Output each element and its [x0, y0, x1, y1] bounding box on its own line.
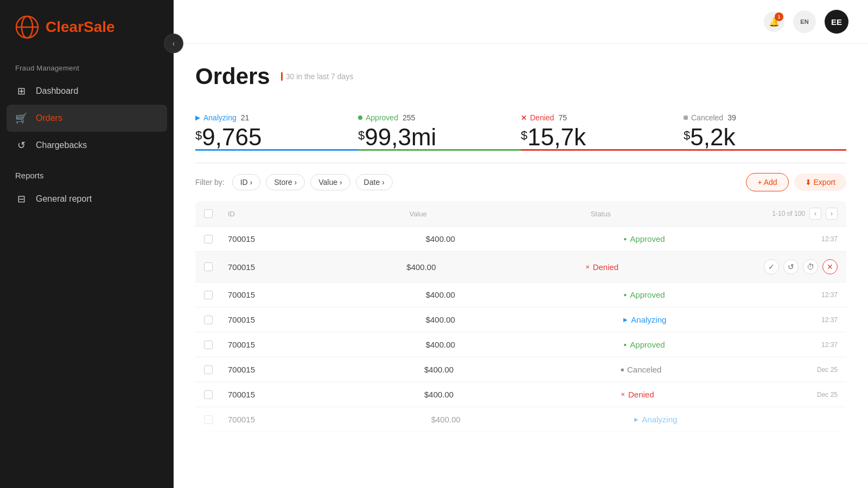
row-checkbox[interactable] [204, 316, 213, 324]
row-checkbox[interactable] [204, 262, 213, 271]
stats-divider [195, 163, 846, 163]
user-avatar[interactable]: EE [825, 10, 848, 34]
sidebar-item-orders[interactable]: 🛒 Orders [7, 105, 167, 132]
table-row[interactable]: 700015 $400.00 ✕ Denied Dec 25 [195, 382, 846, 407]
row-checkbox[interactable] [204, 415, 213, 424]
row-status: ▶ Analyzing [623, 315, 821, 324]
sidebar-item-general-report[interactable]: ⊟ General report [0, 185, 174, 213]
select-all-checkbox[interactable] [204, 209, 213, 218]
row-value: $400.00 [424, 365, 621, 374]
pagination-next-button[interactable]: › [826, 208, 838, 220]
analyzing-arrow-icon: ▶ [195, 114, 200, 121]
row-value: $400.00 [426, 340, 624, 349]
notifications-button[interactable]: 🔔 1 [764, 11, 784, 32]
sidebar-collapse-button[interactable]: ‹ [164, 34, 183, 53]
table-row[interactable]: 700015 $400.00 ▶ Analyzing 12:37 [195, 307, 846, 332]
table-row[interactable]: 700015 $400.00 ● Approved 12:37 [195, 227, 846, 252]
add-button[interactable]: + Add [746, 173, 788, 191]
row-time: Dec 25 [817, 366, 838, 374]
row-time: 12:37 [821, 316, 838, 324]
row-id: 700015 [228, 415, 431, 424]
table-row[interactable]: 700015 $400.00 ■ Canceled Dec 25 [195, 357, 846, 382]
schedule-action-button[interactable]: ⏱ [803, 259, 818, 274]
row-checkbox-cell [204, 415, 228, 424]
row-checkbox[interactable] [204, 365, 213, 374]
orders-table: ID Value Status 1-10 of 100 ‹ › 700015 $… [195, 201, 846, 432]
page-title-row: Orders 30 in the last 7 days [195, 63, 846, 89]
language-button[interactable]: EN [793, 10, 816, 33]
clearsale-logo-icon [15, 15, 39, 39]
filter-id-chip[interactable]: ID › [232, 174, 261, 190]
refresh-icon: ↺ [788, 262, 794, 271]
general-report-icon: ⊟ [15, 193, 27, 205]
sidebar-item-dashboard[interactable]: ⊞ Dashboard [0, 78, 174, 105]
denied-value: $15,7k [521, 125, 668, 149]
fraud-management-label: Fraud Management [0, 54, 174, 78]
sidebar-item-label: Dashboard [36, 86, 78, 96]
row-id: 700015 [228, 340, 426, 349]
sidebar-item-chargebacks[interactable]: ↺ Chargebacks [0, 132, 174, 159]
canceled-status-icon: ■ [621, 367, 624, 373]
row-checkbox[interactable] [204, 235, 213, 243]
row-status: ● Approved [623, 234, 821, 243]
refresh-action-button[interactable]: ↺ [783, 259, 799, 274]
row-id: 700015 [228, 234, 426, 243]
row-time: Dec 25 [817, 391, 838, 399]
row-checkbox[interactable] [204, 390, 213, 399]
approved-value: $99,3mi [358, 125, 506, 149]
analyzing-status-icon: ▶ [623, 317, 628, 323]
row-checkbox-cell [204, 291, 228, 299]
check-icon: ✓ [768, 262, 775, 271]
close-action-button[interactable]: ✕ [822, 259, 838, 274]
stat-approved: Approved 255 $99,3mi [358, 105, 521, 151]
filter-date-chip[interactable]: Date › [356, 174, 393, 190]
row-status: ● Approved [623, 340, 821, 349]
row-checkbox-cell [204, 341, 228, 349]
content-area: Orders 30 in the last 7 days ▶ Analyzing… [174, 44, 868, 488]
row-time: 12:37 [821, 291, 838, 299]
row-checkbox-cell [204, 235, 228, 243]
row-checkbox[interactable] [204, 291, 213, 299]
table-row[interactable]: 700015 $400.00 ● Approved 12:37 [195, 282, 846, 307]
table-row[interactable]: 700015 $400.00 ● Approved 12:37 [195, 332, 846, 357]
avatar-initials: EE [831, 17, 842, 27]
row-checkbox-cell [204, 365, 228, 374]
header-bar: 🔔 1 EN EE [174, 0, 868, 44]
row-time: 12:37 [821, 341, 838, 349]
value-column-header: Value [409, 210, 590, 218]
row-id: 700015 [228, 315, 426, 324]
row-value: $400.00 [426, 234, 624, 243]
pagination-info: 1-10 of 100 ‹ › [772, 208, 838, 220]
stat-denied: ✕ Denied 75 $15,7k [521, 105, 684, 151]
filter-store-chip[interactable]: Store › [266, 174, 305, 190]
approved-count: 255 [403, 113, 415, 122]
stat-canceled: Canceled 39 $5,2k [684, 105, 846, 151]
chargebacks-icon: ↺ [15, 139, 27, 151]
filter-value-chip[interactable]: Value › [310, 174, 350, 190]
logo-text: ClearSale [46, 18, 115, 36]
sidebar: ClearSale ‹ Fraud Management ⊞ Dashboard… [0, 0, 174, 488]
sidebar-item-label: Orders [36, 113, 62, 123]
language-label: EN [800, 18, 808, 25]
table-row[interactable]: 700015 $400.00 ▶ Analyzing [195, 407, 846, 432]
page-subtitle: 30 in the last 7 days [281, 72, 354, 81]
row-status: ✕ Denied [585, 262, 764, 272]
denied-status-icon: ✕ [585, 264, 590, 270]
row-value: $400.00 [431, 415, 635, 424]
analyzing-value: $9,765 [195, 125, 343, 149]
close-icon: ✕ [827, 262, 833, 271]
orders-icon: 🛒 [15, 112, 27, 124]
row-checkbox[interactable] [204, 341, 213, 349]
row-id: 700015 [228, 365, 424, 374]
row-status: ✕ Denied [621, 390, 817, 399]
table-row[interactable]: 700015 $400.00 ✕ Denied ✓ ↺ ⏱ [195, 252, 846, 282]
row-status: ■ Canceled [621, 365, 817, 374]
export-button[interactable]: ⬇ Export [794, 174, 846, 191]
analyzing-label: Analyzing [203, 113, 237, 122]
approve-action-button[interactable]: ✓ [764, 259, 779, 274]
main-content: 🔔 1 EN EE Orders 30 in the last 7 days ▶… [174, 0, 868, 488]
sidebar-item-label: Chargebacks [36, 140, 87, 150]
row-id: 700015 [228, 262, 406, 272]
filter-by-label: Filter by: [195, 178, 225, 187]
pagination-prev-button[interactable]: ‹ [809, 208, 821, 220]
